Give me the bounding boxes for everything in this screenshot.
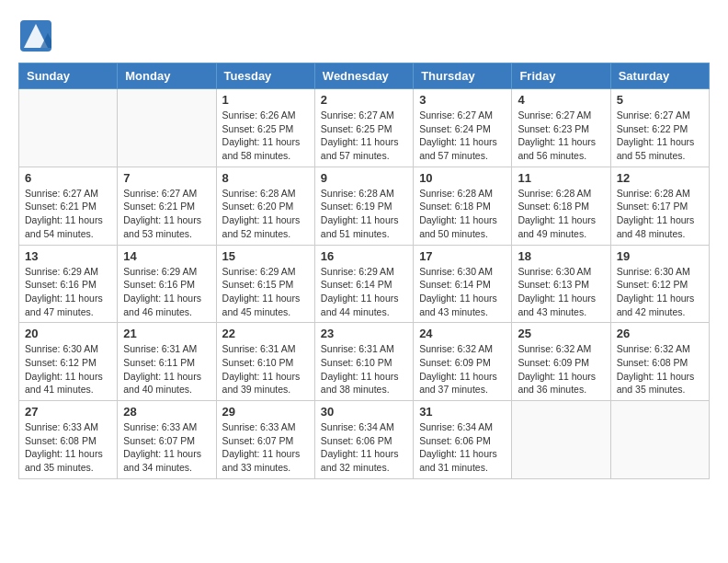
- day-info: Sunrise: 6:31 AM Sunset: 6:10 PM Dayligh…: [222, 342, 309, 396]
- day-info: Sunrise: 6:27 AM Sunset: 6:25 PM Dayligh…: [321, 109, 407, 163]
- calendar-cell: 10Sunrise: 6:28 AM Sunset: 6:18 PM Dayli…: [414, 167, 512, 245]
- day-number: 5: [617, 93, 703, 107]
- day-number: 23: [321, 327, 407, 340]
- header-friday: Friday: [512, 63, 610, 89]
- day-number: 4: [518, 93, 604, 107]
- calendar-cell: [512, 401, 610, 479]
- day-number: 2: [321, 93, 407, 107]
- day-number: 17: [419, 249, 506, 263]
- day-number: 31: [419, 405, 506, 419]
- day-info: Sunrise: 6:29 AM Sunset: 6:15 PM Dayligh…: [222, 265, 309, 319]
- day-info: Sunrise: 6:33 AM Sunset: 6:07 PM Dayligh…: [222, 420, 309, 475]
- day-info: Sunrise: 6:26 AM Sunset: 6:25 PM Dayligh…: [222, 109, 309, 163]
- calendar-cell: 14Sunrise: 6:29 AM Sunset: 6:16 PM Dayli…: [118, 245, 216, 323]
- calendar-cell: 1Sunrise: 6:26 AM Sunset: 6:25 PM Daylig…: [216, 89, 314, 167]
- day-number: 7: [123, 171, 210, 185]
- day-info: Sunrise: 6:29 AM Sunset: 6:16 PM Dayligh…: [123, 265, 210, 319]
- day-number: 13: [25, 249, 111, 263]
- calendar-cell: 23Sunrise: 6:31 AM Sunset: 6:10 PM Dayli…: [314, 323, 413, 401]
- day-number: 11: [518, 171, 604, 185]
- calendar-cell: 27Sunrise: 6:33 AM Sunset: 6:08 PM Dayli…: [19, 401, 118, 479]
- calendar-week-row: 20Sunrise: 6:30 AM Sunset: 6:12 PM Dayli…: [19, 323, 710, 401]
- calendar-cell: 2Sunrise: 6:27 AM Sunset: 6:25 PM Daylig…: [314, 89, 413, 167]
- calendar-cell: 6Sunrise: 6:27 AM Sunset: 6:21 PM Daylig…: [19, 167, 118, 245]
- calendar-cell: 25Sunrise: 6:32 AM Sunset: 6:09 PM Dayli…: [512, 323, 610, 401]
- calendar-cell: 8Sunrise: 6:28 AM Sunset: 6:20 PM Daylig…: [216, 167, 314, 245]
- day-number: 18: [518, 249, 604, 263]
- day-info: Sunrise: 6:33 AM Sunset: 6:08 PM Dayligh…: [25, 420, 111, 475]
- day-number: 22: [222, 327, 309, 340]
- day-info: Sunrise: 6:27 AM Sunset: 6:22 PM Dayligh…: [617, 109, 703, 163]
- calendar-cell: 5Sunrise: 6:27 AM Sunset: 6:22 PM Daylig…: [610, 89, 709, 167]
- day-info: Sunrise: 6:27 AM Sunset: 6:21 PM Dayligh…: [123, 187, 210, 241]
- day-info: Sunrise: 6:33 AM Sunset: 6:07 PM Dayligh…: [123, 420, 210, 475]
- day-number: 29: [222, 405, 309, 419]
- day-info: Sunrise: 6:29 AM Sunset: 6:16 PM Dayligh…: [25, 265, 111, 319]
- calendar-cell: [19, 89, 118, 167]
- calendar-cell: 29Sunrise: 6:33 AM Sunset: 6:07 PM Dayli…: [216, 401, 314, 479]
- day-info: Sunrise: 6:32 AM Sunset: 6:08 PM Dayligh…: [617, 342, 703, 396]
- calendar-cell: [610, 401, 709, 479]
- calendar-cell: 3Sunrise: 6:27 AM Sunset: 6:24 PM Daylig…: [414, 89, 512, 167]
- calendar-cell: 26Sunrise: 6:32 AM Sunset: 6:08 PM Dayli…: [610, 323, 709, 401]
- day-number: 9: [321, 171, 407, 185]
- day-info: Sunrise: 6:31 AM Sunset: 6:11 PM Dayligh…: [123, 342, 210, 396]
- day-info: Sunrise: 6:30 AM Sunset: 6:12 PM Dayligh…: [617, 265, 703, 319]
- day-info: Sunrise: 6:34 AM Sunset: 6:06 PM Dayligh…: [321, 420, 407, 475]
- day-info: Sunrise: 6:29 AM Sunset: 6:14 PM Dayligh…: [321, 265, 407, 319]
- calendar-week-row: 27Sunrise: 6:33 AM Sunset: 6:08 PM Dayli…: [19, 401, 710, 479]
- header-tuesday: Tuesday: [216, 63, 314, 89]
- day-info: Sunrise: 6:28 AM Sunset: 6:18 PM Dayligh…: [419, 187, 506, 241]
- calendar-cell: 13Sunrise: 6:29 AM Sunset: 6:16 PM Dayli…: [19, 245, 118, 323]
- header-saturday: Saturday: [610, 63, 709, 89]
- day-number: 14: [123, 249, 210, 263]
- calendar-cell: 24Sunrise: 6:32 AM Sunset: 6:09 PM Dayli…: [414, 323, 512, 401]
- calendar-header-row: SundayMondayTuesdayWednesdayThursdayFrid…: [19, 63, 710, 89]
- day-info: Sunrise: 6:32 AM Sunset: 6:09 PM Dayligh…: [419, 342, 506, 396]
- calendar-cell: 15Sunrise: 6:29 AM Sunset: 6:15 PM Dayli…: [216, 245, 314, 323]
- day-number: 19: [617, 249, 703, 263]
- day-number: 27: [25, 405, 111, 419]
- calendar-cell: 19Sunrise: 6:30 AM Sunset: 6:12 PM Dayli…: [610, 245, 709, 323]
- calendar-week-row: 1Sunrise: 6:26 AM Sunset: 6:25 PM Daylig…: [19, 89, 710, 167]
- day-info: Sunrise: 6:32 AM Sunset: 6:09 PM Dayligh…: [518, 342, 604, 396]
- calendar-cell: 30Sunrise: 6:34 AM Sunset: 6:06 PM Dayli…: [314, 401, 413, 479]
- calendar-cell: 4Sunrise: 6:27 AM Sunset: 6:23 PM Daylig…: [512, 89, 610, 167]
- day-number: 25: [518, 327, 604, 340]
- day-info: Sunrise: 6:28 AM Sunset: 6:17 PM Dayligh…: [617, 187, 703, 241]
- logo: [18, 18, 57, 53]
- day-number: 28: [123, 405, 210, 419]
- day-number: 8: [222, 171, 309, 185]
- day-number: 20: [25, 327, 111, 340]
- day-info: Sunrise: 6:27 AM Sunset: 6:23 PM Dayligh…: [518, 109, 604, 163]
- day-info: Sunrise: 6:27 AM Sunset: 6:21 PM Dayligh…: [25, 187, 111, 241]
- calendar-cell: 17Sunrise: 6:30 AM Sunset: 6:14 PM Dayli…: [414, 245, 512, 323]
- header-thursday: Thursday: [414, 63, 512, 89]
- day-number: 24: [419, 327, 506, 340]
- calendar-cell: 9Sunrise: 6:28 AM Sunset: 6:19 PM Daylig…: [314, 167, 413, 245]
- calendar-cell: 28Sunrise: 6:33 AM Sunset: 6:07 PM Dayli…: [118, 401, 216, 479]
- day-info: Sunrise: 6:34 AM Sunset: 6:06 PM Dayligh…: [419, 420, 506, 475]
- calendar-week-row: 6Sunrise: 6:27 AM Sunset: 6:21 PM Daylig…: [19, 167, 710, 245]
- day-number: 26: [617, 327, 703, 340]
- day-number: 10: [419, 171, 506, 185]
- logo-icon: [18, 18, 53, 53]
- calendar-cell: [118, 89, 216, 167]
- day-info: Sunrise: 6:28 AM Sunset: 6:20 PM Dayligh…: [222, 187, 309, 241]
- calendar-cell: 31Sunrise: 6:34 AM Sunset: 6:06 PM Dayli…: [414, 401, 512, 479]
- calendar-cell: 7Sunrise: 6:27 AM Sunset: 6:21 PM Daylig…: [118, 167, 216, 245]
- day-info: Sunrise: 6:28 AM Sunset: 6:19 PM Dayligh…: [321, 187, 407, 241]
- header-wednesday: Wednesday: [314, 63, 413, 89]
- day-number: 12: [617, 171, 703, 185]
- day-number: 3: [419, 93, 506, 107]
- header-monday: Monday: [118, 63, 216, 89]
- day-info: Sunrise: 6:27 AM Sunset: 6:24 PM Dayligh…: [419, 109, 506, 163]
- day-number: 1: [222, 93, 309, 107]
- day-number: 6: [25, 171, 111, 185]
- day-number: 16: [321, 249, 407, 263]
- page-header: [18, 18, 710, 53]
- calendar-cell: 18Sunrise: 6:30 AM Sunset: 6:13 PM Dayli…: [512, 245, 610, 323]
- day-info: Sunrise: 6:30 AM Sunset: 6:14 PM Dayligh…: [419, 265, 506, 319]
- day-info: Sunrise: 6:28 AM Sunset: 6:18 PM Dayligh…: [518, 187, 604, 241]
- calendar-cell: 12Sunrise: 6:28 AM Sunset: 6:17 PM Dayli…: [610, 167, 709, 245]
